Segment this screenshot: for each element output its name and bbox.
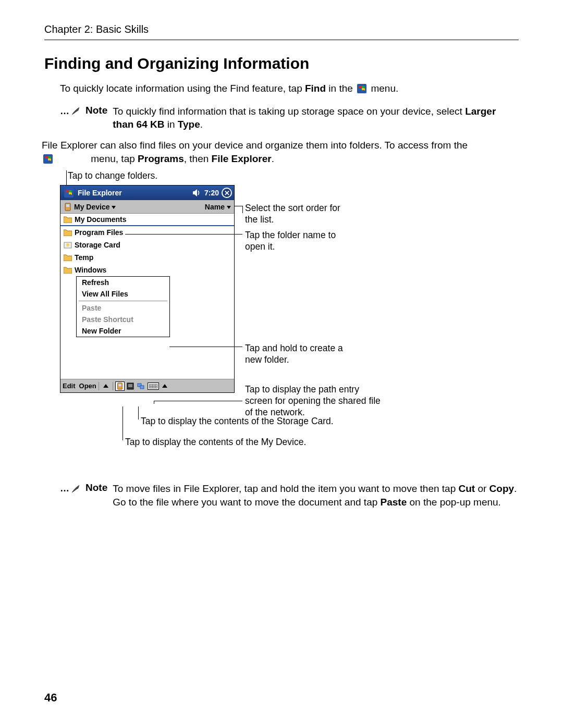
note2-cut: Cut (458, 483, 475, 494)
storage-card-button[interactable] (126, 381, 135, 391)
start-menu-icon (357, 83, 367, 94)
para2-bold2: File Explorer (212, 153, 272, 164)
menu-new-folder[interactable]: New Folder (77, 325, 169, 337)
keyboard-icon[interactable] (148, 382, 159, 390)
folder-row[interactable]: Storage Card (60, 239, 234, 251)
intro-pre: To quickly locate information using the … (60, 83, 305, 94)
callout-line (235, 206, 242, 206)
note2-pre: To move files in File Explorer, tap and … (113, 483, 458, 494)
folder-label: Temp (75, 253, 93, 262)
storage-card-icon (64, 241, 72, 249)
para2-line1: File Explorer can also find files on you… (42, 140, 468, 151)
page-title: Finding and Organizing Information (44, 55, 519, 72)
network-button[interactable] (136, 381, 145, 391)
menu-paste: Paste (77, 302, 169, 314)
start-menu-icon (77, 154, 87, 164)
location-label: My Device (74, 203, 109, 211)
svg-rect-12 (140, 386, 144, 389)
intro-mid: in the (326, 83, 356, 94)
intro-find-word: Find (305, 83, 326, 94)
app-title: File Explorer (78, 189, 122, 197)
folder-row[interactable]: Windows (60, 264, 234, 276)
note-label: Note (85, 105, 107, 116)
start-icon[interactable] (64, 188, 74, 198)
note-text: To move files in File Explorer, tap and … (113, 482, 519, 509)
header-rule (44, 40, 519, 40)
note-1: … Note To quickly find information that … (44, 105, 519, 131)
callout-network: Tap to display the path entry screen for… (245, 384, 381, 418)
chevron-down-icon (112, 206, 116, 209)
folder-row[interactable]: Program Files (60, 226, 234, 239)
folder-label: Windows (75, 266, 106, 274)
menu-view-all-files[interactable]: View All Files (77, 288, 169, 300)
sort-dropdown[interactable]: Name (205, 203, 231, 211)
callout-new-folder: Tap and hold to create a new folder. (245, 343, 349, 366)
sip-up-icon[interactable] (160, 381, 169, 391)
para2-comma: , then (184, 153, 212, 164)
speaker-icon[interactable] (191, 188, 202, 198)
note-icon: … (60, 482, 80, 494)
callout-line (125, 234, 242, 235)
callout-line (169, 347, 242, 347)
clock-time: 7:20 (204, 189, 219, 197)
callout-sort-order: Select the sort order for the list. (245, 203, 349, 226)
location-dropdown[interactable]: My Device (74, 203, 116, 211)
callout-line (242, 206, 243, 213)
svg-rect-4 (66, 204, 69, 207)
close-icon[interactable]: ✕ (222, 188, 232, 198)
folder-icon (64, 266, 72, 274)
para2-mid: menu, tap (88, 153, 138, 164)
folder-label: My Documents (75, 215, 127, 224)
callout-my-device: Tap to display the contents of the My De… (125, 437, 306, 448)
note2-paste: Paste (381, 497, 407, 508)
note2-copy: Copy (489, 483, 515, 494)
note1-mid: in (164, 119, 177, 130)
callout-storage-card: Tap to display the contents of the Stora… (141, 416, 334, 427)
note-text: To quickly find information that is taki… (113, 105, 519, 131)
location-toolbar: My Device Name (60, 200, 234, 214)
my-device-button[interactable] (115, 381, 125, 391)
para2-post: . (272, 153, 274, 164)
svg-rect-10 (128, 384, 132, 387)
paragraph-file-explorer: File Explorer can also find files on you… (60, 139, 519, 165)
figure-area: Tap to change folders. File Explorer 7:2… (60, 175, 519, 466)
callout-change-folders: Tap to change folders. (68, 170, 157, 182)
note-label: Note (85, 482, 107, 493)
svg-point-6 (66, 243, 69, 246)
my-device-icon (64, 203, 72, 211)
edit-menu[interactable]: Edit (63, 382, 76, 390)
callout-line (123, 406, 123, 440)
page-number: 46 (44, 691, 57, 705)
note-icon: … (60, 105, 80, 117)
menu-paste-shortcut: Paste Shortcut (77, 314, 169, 325)
folder-row[interactable]: Temp (60, 251, 234, 264)
note2-mid1: or (475, 483, 489, 494)
device-screenshot: File Explorer 7:20 ✕ My Device Name My D… (60, 185, 235, 393)
chevron-down-icon (227, 206, 231, 209)
note-2: … Note To move files in File Explorer, t… (44, 482, 519, 509)
intro-paragraph: To quickly locate information using the … (44, 82, 519, 95)
note1-pre: To quickly find information that is taki… (113, 106, 465, 117)
callout-line (154, 401, 242, 401)
folder-icon (64, 254, 72, 261)
quill-icon (71, 106, 80, 116)
open-menu[interactable]: Open (79, 382, 96, 390)
folder-label: Storage Card (75, 241, 120, 249)
folder-icon (64, 216, 72, 223)
menu-refresh[interactable]: Refresh (77, 277, 169, 288)
up-arrow-icon[interactable] (101, 381, 111, 391)
callout-line (154, 401, 154, 404)
ellipsis-icon: … (60, 106, 70, 117)
chapter-header: Chapter 2: Basic Skills (44, 23, 519, 35)
sort-label: Name (205, 203, 225, 211)
quill-icon (71, 484, 80, 493)
callout-line (138, 406, 139, 419)
device-titlebar: File Explorer 7:20 ✕ (60, 186, 234, 200)
folder-label: Program Files (75, 228, 123, 237)
intro-post: menu. (368, 83, 398, 94)
file-list: My Documents Program Files Storage Card … (60, 214, 234, 379)
note1-post: . (200, 119, 203, 130)
ellipsis-icon: … (60, 483, 70, 494)
folder-row[interactable]: My Documents (60, 214, 234, 226)
para2-bold1: Programs (138, 153, 184, 164)
